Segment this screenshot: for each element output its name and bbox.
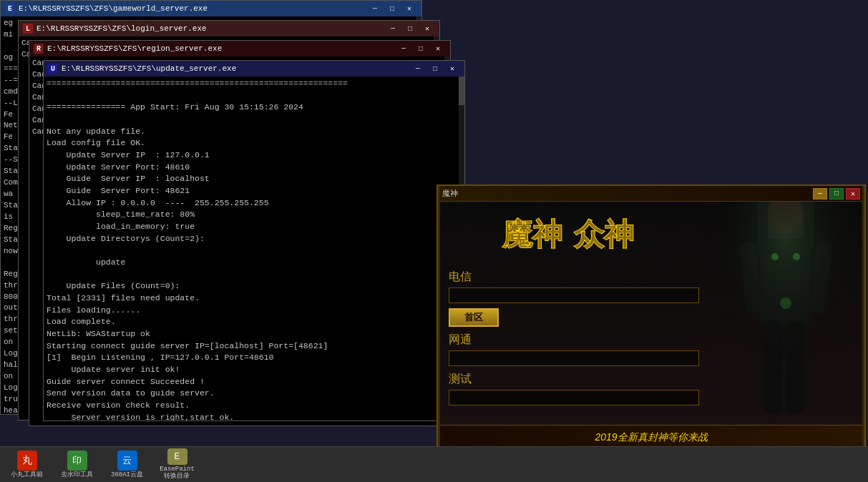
easepaint-icon: E — [167, 448, 187, 465]
svg-rect-15 — [700, 202, 864, 425]
region-titlebar[interactable]: R E:\RLRSSRYSSZFS\ZFS\region_server.exe … — [29, 41, 450, 56]
close-btn[interactable]: ✕ — [444, 63, 460, 74]
login-icon: L — [23, 24, 33, 34]
game-body: 魔神 众神 电信 首区 网通 测试 — [438, 202, 864, 425]
region-title: E:\RLRSSRYSSZFS\ZFS\region_server.exe — [47, 44, 396, 53]
login-title: E:\RLRSSRYSSZFS\ZFS\login_server.exe — [36, 24, 385, 33]
update-window[interactable]: U E:\RLRSSRYSSZFS\ZFS\update_server.exe … — [43, 60, 465, 421]
telecom-section: 电信 首区 — [449, 270, 699, 327]
game-logo-svg: 魔神 众神 — [495, 209, 653, 259]
telecom-input[interactable] — [449, 287, 699, 303]
close-btn[interactable]: ✕ — [419, 23, 435, 34]
xiaowantools-label: 小丸工具箱 — [11, 472, 43, 479]
netcom-input[interactable] — [449, 350, 699, 366]
svg-text:众神: 众神 — [573, 217, 634, 251]
gameworld-title: E:\RLRSSRYSSZFS\ZFS\gameworld_server.exe — [19, 4, 367, 13]
game-minimize-btn[interactable]: — — [813, 188, 827, 200]
telecom-label: 电信 — [449, 270, 699, 285]
test-input[interactable] — [449, 390, 699, 405]
taskbar-item-easepaint[interactable]: E EasePaint 转换目录 — [154, 448, 200, 481]
cloud-label: 360AI云盘 — [111, 472, 143, 479]
netcom-label: 网通 — [449, 333, 699, 348]
gameworld-controls: ─ □ ✕ — [367, 3, 417, 14]
promo-text: 2019全新真封神等你来战 — [595, 431, 707, 444]
update-icon: U — [48, 64, 58, 74]
cloud-icon: 云 — [117, 451, 137, 471]
game-close-btn[interactable]: ✕ — [846, 188, 860, 200]
taskbar-item-xiaowantools[interactable]: 丸 小丸工具箱 — [4, 448, 50, 481]
watermark-icon: 印 — [67, 451, 87, 471]
maximize-btn[interactable]: □ — [427, 63, 443, 74]
game-title-text: 魔神 — [442, 188, 813, 199]
close-btn[interactable]: ✕ — [401, 3, 417, 14]
minimize-btn[interactable]: ─ — [385, 23, 401, 34]
game-left-panel: 魔神 众神 电信 首区 网通 测试 — [438, 202, 710, 425]
taskbar: 丸 小丸工具箱 印 去水印工具 云 360AI云盘 E EasePaint 转换… — [0, 446, 868, 482]
maximize-btn[interactable]: □ — [402, 23, 418, 34]
xiaowantools-icon: 丸 — [17, 451, 37, 471]
game-titlebar[interactable]: 魔神 — □ ✕ — [438, 186, 864, 202]
netcom-section: 网通 — [449, 333, 699, 366]
telecom-server-btn[interactable]: 首区 — [449, 308, 499, 327]
update-title: E:\RLRSSRYSSZFS\ZFS\update_server.exe — [62, 64, 410, 73]
region-controls: ─ □ ✕ — [396, 43, 446, 54]
scrollbar-thumb[interactable] — [459, 77, 464, 105]
maximize-btn[interactable]: □ — [413, 43, 429, 54]
test-section: 测试 — [449, 372, 699, 405]
taskbar-item-watermark[interactable]: 印 去水印工具 — [54, 448, 100, 481]
region-icon: R — [34, 44, 44, 54]
game-logo-area: 魔神 众神 — [449, 209, 699, 262]
test-label: 测试 — [449, 372, 699, 387]
update-content: ========================================… — [44, 77, 464, 420]
easepaint-label: EasePaint 转换目录 — [160, 466, 195, 481]
update-controls: ─ □ ✕ — [410, 63, 460, 74]
minimize-btn[interactable]: ─ — [367, 3, 383, 14]
gameworld-icon: E — [5, 4, 15, 14]
minimize-btn[interactable]: ─ — [396, 43, 411, 54]
taskbar-item-360cloud[interactable]: 云 360AI云盘 — [104, 448, 150, 481]
character-silhouette — [700, 202, 864, 425]
update-titlebar[interactable]: U E:\RLRSSRYSSZFS\ZFS\update_server.exe … — [44, 61, 464, 77]
maximize-btn[interactable]: □ — [384, 3, 400, 14]
gameworld-titlebar[interactable]: E E:\RLRSSRYSSZFS\ZFS\gameworld_server.e… — [1, 1, 421, 16]
login-titlebar[interactable]: L E:\RLRSSRYSSZFS\ZFS\login_server.exe ─… — [19, 21, 439, 36]
game-controls: — □ ✕ — [813, 188, 860, 200]
login-controls: ─ □ ✕ — [385, 23, 435, 34]
watermark-label: 去水印工具 — [61, 472, 93, 479]
minimize-btn[interactable]: ─ — [410, 63, 426, 74]
svg-text:魔神: 魔神 — [502, 217, 562, 251]
game-character-area — [700, 202, 864, 425]
game-launcher[interactable]: 魔神 — □ ✕ 魔神 众神 电信 首区 — [437, 185, 866, 467]
game-maximize-btn[interactable]: □ — [829, 188, 844, 200]
close-btn[interactable]: ✕ — [430, 43, 446, 54]
